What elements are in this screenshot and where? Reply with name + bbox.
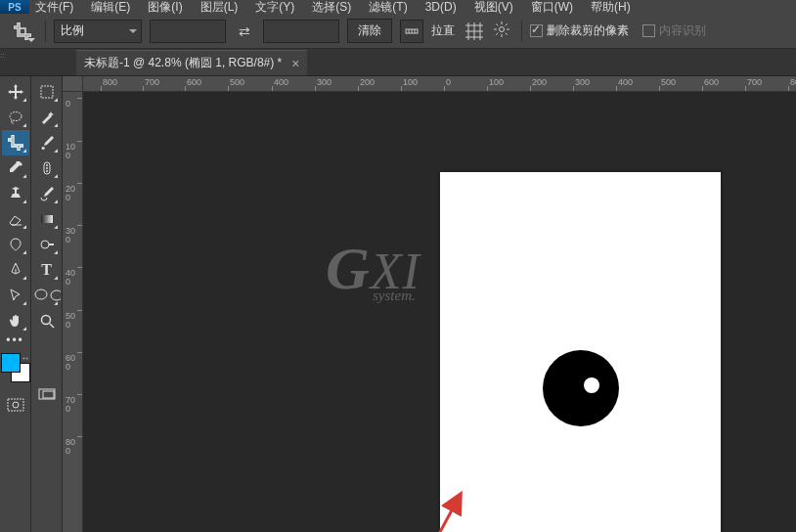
quickmask-toggle[interactable] <box>2 392 29 418</box>
canvas-area: 8007006005004003002001000100200300400500… <box>63 76 796 532</box>
menu-help[interactable]: 帮助(H) <box>591 0 631 16</box>
divider <box>521 21 522 42</box>
horizontal-ruler[interactable]: 8007006005004003002001000100200300400500… <box>83 76 796 92</box>
delete-cropped-checkbox[interactable]: 删除裁剪的像素 <box>530 22 629 39</box>
ruler-label: 500 <box>661 77 676 87</box>
color-swatches[interactable]: ↔ <box>1 353 30 382</box>
close-icon[interactable]: × <box>291 56 299 71</box>
ruler-label: 600 <box>187 77 201 87</box>
ruler-label: 200 <box>360 77 375 87</box>
svg-rect-8 <box>41 86 53 98</box>
svg-point-16 <box>51 290 61 300</box>
menu-file[interactable]: 文件(F) <box>35 0 73 16</box>
screen-mode-toggle[interactable] <box>33 382 61 408</box>
app-logo[interactable]: PS <box>0 0 29 14</box>
crop-tool-icon[interactable] <box>8 19 37 44</box>
checkbox-icon <box>530 24 543 37</box>
ruler-label: 0 <box>446 77 451 87</box>
menu-filter[interactable]: 滤镜(T) <box>369 0 407 16</box>
gear-icon[interactable] <box>494 22 513 40</box>
ruler-label: 0 <box>66 100 75 109</box>
svg-point-10 <box>46 164 48 166</box>
direct-select-tool[interactable] <box>2 283 29 308</box>
move-tool[interactable] <box>2 79 29 105</box>
ruler-label: 600 <box>704 77 719 87</box>
type-tool[interactable]: T <box>33 257 61 283</box>
hand-tool[interactable] <box>2 308 29 333</box>
zoom-tool[interactable] <box>33 308 61 333</box>
magic-wand-tool[interactable] <box>33 105 61 130</box>
ruler-label: 500 <box>230 77 244 87</box>
grid-overlay-icon[interactable] <box>463 20 486 43</box>
ruler-label: 800 <box>790 77 796 87</box>
more-tools[interactable]: ••• <box>2 333 29 347</box>
menu-layer[interactable]: 图层(L) <box>200 0 239 16</box>
svg-point-15 <box>35 289 47 299</box>
ellipse-hole <box>584 377 599 393</box>
ruler-label: 200 <box>66 185 75 202</box>
marquee-tool[interactable] <box>33 79 61 105</box>
ellipse-shape[interactable] <box>543 350 619 426</box>
ratio-width-input[interactable] <box>150 20 226 43</box>
straighten-icon[interactable] <box>400 20 423 43</box>
viewport[interactable]: GXI system. <box>83 92 796 532</box>
lasso-tool[interactable] <box>2 105 29 130</box>
annotation-arrow <box>430 488 469 532</box>
panel-grip[interactable]: :: <box>0 51 6 61</box>
swap-icon[interactable]: ⇄ <box>234 23 255 39</box>
ruler-label: 700 <box>145 77 159 87</box>
menu-bar: PS 文件(F) 编辑(E) 图像(I) 图层(L) 文字(Y) 选择(S) 滤… <box>0 0 796 14</box>
menu-image[interactable]: 图像(I) <box>148 0 182 16</box>
eraser-tool[interactable] <box>2 206 29 232</box>
menu-type[interactable]: 文字(Y) <box>255 0 294 16</box>
aspect-ratio-select[interactable]: 比例 <box>54 20 142 43</box>
checkbox-icon <box>642 24 655 37</box>
ruler-label: 400 <box>66 269 75 287</box>
brush-tool[interactable] <box>33 130 61 155</box>
foreground-color[interactable] <box>1 353 21 373</box>
dodge-tool[interactable] <box>33 232 61 257</box>
svg-rect-19 <box>43 391 54 398</box>
pen-tool[interactable] <box>2 257 29 283</box>
menu-view[interactable]: 视图(V) <box>474 0 513 16</box>
swap-colors-icon[interactable]: ↔ <box>22 353 30 363</box>
svg-line-20 <box>434 496 460 532</box>
document-canvas[interactable] <box>440 172 721 532</box>
options-bar: 比例 ⇄ 清除 拉直 删除裁剪的像素 内容识别 <box>0 14 796 49</box>
menu-edit[interactable]: 编辑(E) <box>91 0 130 16</box>
tool-panel-left: ••• ↔ <box>0 76 31 532</box>
clear-button[interactable]: 清除 <box>347 19 392 43</box>
ruler-origin[interactable] <box>63 76 83 92</box>
svg-point-4 <box>500 27 505 32</box>
svg-point-17 <box>41 316 50 325</box>
clone-stamp-tool[interactable] <box>2 181 29 206</box>
aspect-ratio-label: 比例 <box>61 22 84 39</box>
crop-tool[interactable] <box>2 130 29 155</box>
smudge-tool[interactable] <box>2 232 29 257</box>
ruler-label: 100 <box>66 143 75 160</box>
svg-rect-6 <box>8 399 23 411</box>
menu-window[interactable]: 窗口(W) <box>531 0 573 16</box>
shape-tool[interactable] <box>33 283 61 308</box>
ruler-label: 300 <box>66 227 75 244</box>
ruler-label: 700 <box>66 396 75 414</box>
content-aware-checkbox[interactable]: 内容识别 <box>642 22 706 39</box>
healing-tool[interactable] <box>33 155 61 181</box>
ruler-label: 100 <box>489 77 504 87</box>
ratio-height-input[interactable] <box>263 20 339 43</box>
chevron-down-icon <box>129 29 137 33</box>
straighten-label: 拉直 <box>431 22 455 39</box>
history-brush-tool[interactable] <box>33 181 61 206</box>
menu-select[interactable]: 选择(S) <box>312 0 351 16</box>
svg-rect-13 <box>41 215 53 223</box>
ruler-label: 300 <box>575 77 590 87</box>
svg-point-12 <box>46 170 48 172</box>
menu-3d[interactable]: 3D(D) <box>425 0 457 14</box>
ruler-label: 500 <box>66 312 75 330</box>
tool-panel-right: T <box>31 76 63 532</box>
eyedropper-tool[interactable] <box>2 155 29 181</box>
gradient-tool[interactable] <box>33 206 61 232</box>
document-tab[interactable]: 未标题-1 @ 42.8% (椭圆 1, RGB/8#) * × <box>76 50 307 75</box>
svg-point-5 <box>10 112 22 121</box>
vertical-ruler[interactable]: 0100200300400500600700800 <box>63 92 83 532</box>
